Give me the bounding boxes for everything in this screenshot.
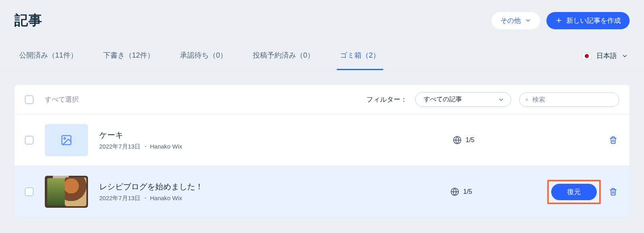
- post-meta: 2022年7月13日 ・ Hanako Wix: [99, 143, 442, 151]
- filter-select[interactable]: すべての記事: [415, 92, 511, 107]
- trash-icon: [609, 136, 617, 144]
- header-actions: その他 新しい記事を作成: [492, 12, 630, 29]
- globe-icon: [453, 136, 462, 145]
- language-label: 日本語: [596, 51, 617, 60]
- other-label: その他: [500, 16, 521, 25]
- flag-japan-icon: [582, 53, 592, 59]
- search-icon: [525, 96, 528, 103]
- tabs: 公開済み（11件） 下書き（12件） 承認待ち（0） 投稿予約済み（0） ゴミ箱…: [16, 42, 582, 70]
- tab-published[interactable]: 公開済み（11件）: [16, 42, 81, 70]
- language-selector[interactable]: 日本語: [582, 51, 628, 60]
- tab-trash[interactable]: ゴミ箱（2）: [337, 42, 383, 70]
- page-header: 記事 その他 新しい記事を作成: [0, 0, 644, 34]
- chevron-down-icon: [498, 96, 504, 103]
- image-icon: [60, 134, 72, 146]
- post-meta: 2022年7月13日 ・ Hanako Wix: [99, 195, 439, 202]
- language-count[interactable]: 1/5: [453, 136, 481, 145]
- globe-icon: [450, 187, 459, 196]
- tab-scheduled[interactable]: 投稿予約済み（0）: [250, 42, 318, 70]
- lang-count-value: 1/5: [463, 188, 472, 195]
- search-field[interactable]: [519, 92, 619, 107]
- delete-button[interactable]: [607, 186, 619, 198]
- row-main[interactable]: ケーキ 2022年7月13日 ・ Hanako Wix: [99, 130, 442, 151]
- delete-button[interactable]: [607, 134, 619, 146]
- plus-icon: [555, 17, 562, 24]
- create-post-button[interactable]: 新しい記事を作成: [546, 12, 630, 29]
- posts-card: すべて選択 フィルター： すべての記事 ケーキ 2022年7月13日 ・ Han…: [14, 85, 630, 218]
- trash-icon: [609, 188, 617, 196]
- select-all-label: すべて選択: [45, 95, 79, 104]
- list-toolbar: すべて選択 フィルター： すべての記事: [14, 85, 630, 114]
- tab-pending[interactable]: 承認待ち（0）: [177, 42, 230, 70]
- create-label: 新しい記事を作成: [566, 16, 621, 25]
- table-row: レシピブログを始めました！ 2022年7月13日 ・ Hanako Wix 1/…: [14, 166, 630, 218]
- filter-value: すべての記事: [424, 95, 462, 104]
- lang-count-value: 1/5: [466, 137, 474, 144]
- table-row: ケーキ 2022年7月13日 ・ Hanako Wix 1/5: [14, 114, 630, 166]
- svg-point-5: [64, 138, 66, 139]
- post-title: ケーキ: [99, 130, 442, 141]
- select-all-checkbox[interactable]: [25, 95, 34, 104]
- chevron-down-icon: [525, 17, 531, 24]
- search-input[interactable]: [532, 96, 613, 104]
- row-right: 1/5: [453, 134, 619, 146]
- restore-highlight: 復元: [547, 180, 601, 204]
- svg-line-3: [528, 100, 528, 101]
- row-checkbox[interactable]: [25, 136, 34, 145]
- post-thumbnail: [45, 176, 88, 208]
- tab-bar: 公開済み（11件） 下書き（12件） 承認待ち（0） 投稿予約済み（0） ゴミ箱…: [0, 42, 644, 70]
- post-thumbnail-placeholder: [45, 124, 88, 156]
- other-button[interactable]: その他: [492, 12, 540, 29]
- post-title: レシピブログを始めました！: [99, 181, 439, 192]
- row-main[interactable]: レシピブログを始めました！ 2022年7月13日 ・ Hanako Wix: [99, 181, 439, 202]
- row-right: 1/5 復元: [450, 180, 619, 204]
- restore-button[interactable]: 復元: [551, 184, 597, 200]
- row-checkbox[interactable]: [25, 187, 34, 196]
- chevron-down-icon: [622, 53, 628, 59]
- tab-drafts[interactable]: 下書き（12件）: [100, 42, 158, 70]
- language-count[interactable]: 1/5: [450, 187, 478, 196]
- page-title: 記事: [14, 11, 42, 30]
- filter-label: フィルター：: [366, 95, 407, 104]
